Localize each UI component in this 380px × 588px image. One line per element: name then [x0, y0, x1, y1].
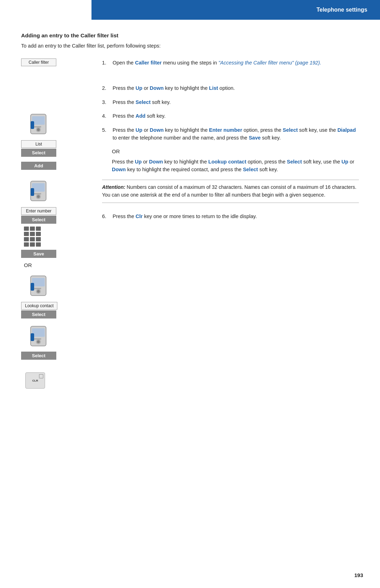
- down-key-2: Down: [150, 127, 164, 133]
- save-key: Save: [249, 135, 261, 141]
- step4-ui: Add: [21, 162, 95, 171]
- dialpad-key: [30, 237, 35, 241]
- enter-number-key: Enter number: [209, 127, 242, 133]
- svg-rect-8: [31, 188, 34, 196]
- step1-ui: Caller filter: [21, 58, 95, 67]
- step-3: 3. Press the Select soft key.: [102, 99, 359, 106]
- select-key-4: Select: [243, 167, 258, 172]
- handset-icon-2: [23, 176, 54, 206]
- step-4: 4. Press the Add soft key.: [102, 112, 359, 120]
- dialpad-key: [36, 242, 41, 247]
- dialpad-key: [24, 232, 29, 236]
- svg-point-5: [37, 128, 40, 131]
- caller-filter-link[interactable]: Caller filter: [135, 60, 162, 66]
- dialpad-key: [24, 227, 29, 231]
- dialpad-key: [36, 237, 41, 241]
- steps-layout: Caller filter: [21, 58, 359, 389]
- clr-icon: CLR: [25, 372, 45, 389]
- clr-key: Clr: [135, 213, 142, 219]
- down-key-4: Down: [112, 167, 126, 172]
- up-key-1: Up: [135, 85, 142, 91]
- step6-ui: CLR: [21, 372, 95, 389]
- dialpad-icon: [24, 227, 48, 248]
- handset-icon-4: [23, 321, 54, 351]
- right-col: 1. Open the Caller filter menu using the…: [95, 58, 359, 227]
- dialpad-key: [24, 237, 29, 241]
- accessing-link[interactable]: "Accessing the Caller filter menu" (page…: [218, 60, 321, 66]
- phone-svg-3: [26, 273, 51, 298]
- enter-number-label: Enter number: [21, 207, 56, 215]
- dialpad-key: [24, 242, 29, 247]
- dialpad-key: [36, 232, 41, 236]
- list-key: List: [209, 85, 218, 91]
- step-text-1: Open the Caller filter menu using the st…: [113, 59, 359, 67]
- select-key-2: Select: [283, 127, 298, 133]
- step-5: 5. Press the Up or Down key to highlight…: [102, 126, 359, 142]
- add-key: Add: [135, 113, 145, 119]
- step-num-5: 5.: [102, 126, 109, 142]
- section-heading: Adding an entry to the Caller filter lis…: [21, 32, 359, 39]
- svg-point-11: [37, 195, 40, 198]
- phone-svg-2: [26, 178, 51, 204]
- lookup-ui: Lookup contact Select Select: [21, 271, 95, 361]
- up-key-4: Up: [342, 159, 348, 165]
- main-content: Adding an entry to the Caller filter lis…: [0, 20, 380, 410]
- dialpad-key-text: Dialpad: [337, 127, 356, 133]
- step5-ui: Enter number Select Save: [21, 176, 95, 259]
- or-paragraph: Press the Up or Down key to highlight th…: [112, 158, 359, 174]
- svg-rect-2: [31, 121, 34, 129]
- down-key-3: Down: [149, 159, 163, 165]
- step-text-5: Press the Up or Down key to highlight th…: [113, 126, 359, 142]
- handset-icon-1: [23, 109, 54, 139]
- select-btn-1[interactable]: Select: [21, 149, 56, 157]
- lookup-contact-key: Lookup contact: [208, 159, 246, 165]
- step-num-3: 3.: [102, 99, 109, 106]
- step-text-3: Press the Select soft key.: [113, 99, 359, 106]
- step-1: 1. Open the Caller filter menu using the…: [102, 59, 359, 67]
- step-num-1: 1.: [102, 59, 109, 67]
- step-num-6: 6.: [102, 213, 109, 221]
- step-num-2: 2.: [102, 85, 109, 92]
- handset-icon-3: [23, 271, 54, 301]
- select-btn-4[interactable]: Select: [21, 352, 56, 360]
- step-num-4: 4.: [102, 112, 109, 120]
- dialpad-key: [30, 227, 35, 231]
- svg-point-17: [37, 290, 40, 293]
- list-label: List: [21, 140, 56, 148]
- attention-label: Attention:: [102, 184, 125, 190]
- up-key-3: Up: [135, 159, 141, 165]
- select-btn-2[interactable]: Select: [21, 216, 56, 224]
- step-text-4: Press the Add soft key.: [113, 112, 359, 120]
- header-title: Telephone settings: [316, 7, 367, 13]
- dialpad-key: [30, 242, 35, 247]
- svg-rect-20: [31, 333, 34, 341]
- header-bar: Telephone settings: [91, 0, 380, 20]
- save-btn[interactable]: Save: [21, 250, 56, 258]
- step2-ui: List Select: [21, 109, 95, 158]
- step-6: 6. Press the Clr key one or more times t…: [102, 213, 359, 221]
- dialpad-key: [36, 227, 41, 231]
- step-2: 2. Press the Up or Down key to highlight…: [102, 85, 359, 92]
- up-key-2: Up: [135, 127, 142, 133]
- dialpad-key: [30, 232, 35, 236]
- add-btn[interactable]: Add: [21, 162, 56, 170]
- phone-svg-1: [26, 111, 51, 137]
- select-btn-3[interactable]: Select: [21, 310, 56, 318]
- step-text-2: Press the Up or Down key to highlight th…: [113, 85, 359, 92]
- select-key-3: Select: [287, 159, 302, 165]
- step-text-6: Press the Clr key one or more times to r…: [113, 213, 359, 221]
- or-text: OR: [112, 148, 359, 154]
- svg-rect-14: [31, 283, 34, 291]
- or-label-left: OR: [24, 262, 95, 268]
- attention-box: Attention: Numbers can consist of a maxi…: [102, 180, 359, 203]
- attention-text: Numbers can consist of a maximum of 32 c…: [102, 184, 356, 198]
- left-ui-column: Caller filter: [21, 58, 95, 389]
- page-number: 193: [354, 572, 363, 578]
- down-key-1: Down: [150, 85, 164, 91]
- intro-text: To add an entry to the Caller filter lis…: [21, 43, 359, 49]
- caller-filter-label: Caller filter: [21, 58, 56, 66]
- lookup-contact-label: Lookup contact: [21, 302, 57, 310]
- svg-point-23: [37, 340, 40, 343]
- phone-svg-4: [26, 323, 51, 349]
- select-key-1: Select: [135, 99, 151, 105]
